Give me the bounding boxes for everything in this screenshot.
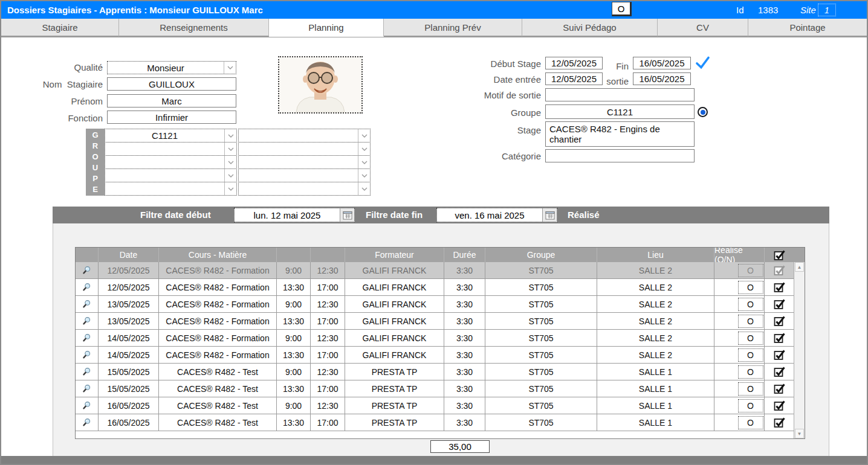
groupe-dropdown-9[interactable]: [238, 168, 371, 182]
motif-sortie-label: Motif de sortie: [461, 90, 541, 100]
app-window: Dossiers Stagiaires - Apprentis : Monsie…: [0, 0, 868, 465]
table-row[interactable]: 12/05/2025 CACES® R482 - Formation 13:30…: [76, 279, 795, 296]
table-row[interactable]: 14/05/2025 CACES® R482 - Formation 9:00 …: [76, 330, 795, 347]
groupe-dropdown-6[interactable]: [238, 129, 371, 143]
magnifier-icon[interactable]: [76, 279, 99, 295]
tab-planning[interactable]: Planning: [269, 19, 384, 37]
groupe-dropdown-7[interactable]: [238, 142, 371, 156]
groupe-dropdown-8[interactable]: [238, 155, 371, 169]
tab-planning-prev[interactable]: Planning Prév: [384, 19, 522, 37]
stage-field[interactable]: CACES® R482 - Engins de chantier: [545, 121, 695, 147]
table-row[interactable]: 16/05/2025 CACES® R482 - Test 9:00 12:30…: [76, 397, 795, 414]
scroll-down-icon[interactable]: ▼: [795, 429, 804, 438]
magnifier-icon[interactable]: [76, 414, 99, 431]
groupe-dropdown-1[interactable]: C1121: [105, 129, 237, 143]
row-checkbox[interactable]: [765, 313, 794, 329]
header-realise[interactable]: Réalisé (O/N): [714, 248, 765, 262]
calendar-icon[interactable]: [542, 208, 557, 222]
magnifier-icon[interactable]: [76, 380, 99, 397]
realise-cell[interactable]: O: [737, 330, 765, 346]
motif-sortie-field[interactable]: [545, 88, 695, 101]
table-row[interactable]: 14/05/2025 CACES® R482 - Formation 13:30…: [76, 347, 795, 364]
row-checkbox[interactable]: [765, 347, 794, 363]
realise-cell[interactable]: O: [737, 364, 765, 380]
fonction-label: Fonction: [25, 113, 103, 123]
calendar-icon[interactable]: [340, 208, 354, 222]
header-duree[interactable]: Durée: [444, 248, 485, 262]
row-checkbox[interactable]: [765, 279, 794, 295]
table-row[interactable]: 13/05/2025 CACES® R482 - Formation 13:30…: [76, 313, 795, 330]
row-checkbox[interactable]: [765, 330, 794, 346]
stage-validated-check-icon[interactable]: [695, 56, 710, 72]
nom-field[interactable]: GUILLOUX: [107, 77, 236, 91]
groupe-field[interactable]: C1121: [545, 104, 695, 119]
fin-field[interactable]: 16/05/2025: [633, 57, 691, 69]
table-scrollbar[interactable]: ▲ ▼: [794, 262, 805, 438]
row-checkbox[interactable]: [765, 414, 794, 431]
table-header: Date Cours - Matière Formateur Durée Gro…: [76, 248, 805, 262]
realise-cell[interactable]: O: [737, 296, 765, 312]
groupe-dropdown-2[interactable]: [105, 142, 237, 156]
header-formateur[interactable]: Formateur: [345, 248, 444, 262]
realise-cell[interactable]: O: [737, 279, 765, 295]
groupe-dropdown-5[interactable]: [105, 182, 237, 196]
groupe-dropdown-4[interactable]: [105, 168, 237, 182]
row-checkbox[interactable]: [765, 397, 794, 414]
site-label: Site: [800, 5, 816, 15]
row-checkbox[interactable]: [765, 262, 794, 278]
header-lieu[interactable]: Lieu: [597, 248, 714, 262]
sortie-field[interactable]: 16/05/2025: [633, 72, 691, 85]
qualite-dropdown[interactable]: Monsieur: [107, 61, 236, 74]
magnifier-icon[interactable]: [76, 397, 99, 414]
groupe-dropdown-10[interactable]: [238, 182, 371, 196]
magnifier-icon[interactable]: [76, 262, 99, 278]
table-row[interactable]: 13/05/2025 CACES® R482 - Formation 9:00 …: [76, 296, 795, 313]
realise-cell[interactable]: O: [737, 380, 765, 397]
magnifier-icon[interactable]: [76, 296, 99, 312]
id-label: Id: [736, 5, 744, 15]
filtre-date-debut-field[interactable]: lun. 12 mai 2025: [234, 208, 355, 222]
magnifier-icon[interactable]: [76, 313, 99, 329]
magnifier-icon[interactable]: [76, 364, 99, 380]
realise-cell[interactable]: O: [737, 414, 765, 431]
chevron-down-icon: [224, 62, 236, 74]
debut-stage-field[interactable]: 12/05/2025: [545, 57, 603, 69]
site-field[interactable]: 1: [818, 4, 836, 16]
header-date[interactable]: Date: [99, 248, 159, 262]
nom-label: Nom Stagiaire: [25, 79, 103, 89]
header-cours[interactable]: Cours - Matière: [159, 248, 277, 262]
groupe-dropdown-3[interactable]: [105, 155, 237, 169]
magnifier-icon[interactable]: [76, 347, 99, 363]
row-checkbox[interactable]: [765, 380, 794, 397]
tab-pointage[interactable]: Pointage: [748, 19, 867, 37]
filtre-date-fin-field[interactable]: ven. 16 mai 2025: [436, 208, 557, 222]
table-row[interactable]: 16/05/2025 CACES® R482 - Test 13:30 17:0…: [76, 414, 795, 431]
table-row[interactable]: 12/05/2025 CACES® R482 - Formation 9:00 …: [76, 262, 795, 279]
row-checkbox[interactable]: [765, 296, 794, 312]
fonction-field[interactable]: Infirmier: [107, 111, 236, 124]
tab-cv[interactable]: CV: [658, 19, 748, 37]
table-row[interactable]: 15/05/2025 CACES® R482 - Test 9:00 12:30…: [76, 364, 795, 380]
header-check-all[interactable]: [765, 248, 794, 262]
filtre-date-debut-label: Filtre date début: [140, 210, 211, 220]
realise-filter-field[interactable]: O: [612, 2, 632, 16]
date-entree-field[interactable]: 12/05/2025: [545, 72, 603, 85]
realise-cell[interactable]: O: [737, 397, 765, 414]
tab-stagiaire[interactable]: Stagiaire: [1, 19, 119, 37]
realise-cell[interactable]: O: [737, 262, 765, 278]
header-icon-col: [76, 248, 99, 262]
groupe-radio[interactable]: [698, 107, 708, 117]
realise-cell[interactable]: O: [737, 347, 765, 363]
tab-renseignements[interactable]: Renseignements: [119, 19, 269, 37]
row-checkbox[interactable]: [765, 364, 794, 380]
table-row[interactable]: 15/05/2025 CACES® R482 - Test 13:30 17:0…: [76, 380, 795, 397]
total-hours-field[interactable]: 35,00: [430, 440, 490, 453]
scroll-up-icon[interactable]: ▲: [795, 262, 804, 272]
categorie-field[interactable]: [545, 149, 695, 162]
tab-suivi-pedago[interactable]: Suivi Pédago: [522, 19, 658, 37]
header-groupe[interactable]: Groupe: [485, 248, 597, 262]
prenom-field[interactable]: Marc: [107, 94, 236, 107]
magnifier-icon[interactable]: [76, 330, 99, 346]
chevron-down-icon: [224, 143, 236, 155]
realise-cell[interactable]: O: [737, 313, 765, 329]
